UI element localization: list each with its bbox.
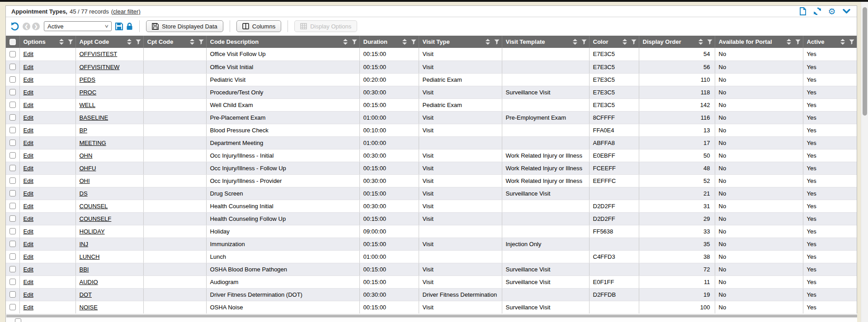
vertical-scrollbar-thumb[interactable]: [863, 7, 867, 116]
row-checkbox[interactable]: [9, 228, 16, 234]
edit-link[interactable]: Edit: [24, 215, 33, 222]
row-checkbox[interactable]: [9, 304, 16, 310]
reset-icon[interactable]: [10, 22, 19, 31]
appt-code-link[interactable]: OHFU: [80, 165, 96, 172]
store-displayed-data-button[interactable]: Store Displayed Data: [146, 20, 223, 32]
edit-link[interactable]: Edit: [24, 190, 33, 197]
chevron-down-icon[interactable]: [842, 7, 850, 15]
edit-link[interactable]: Edit: [24, 177, 33, 184]
edit-link[interactable]: Edit: [24, 140, 33, 146]
edit-link[interactable]: Edit: [24, 152, 33, 159]
save-filter-icon[interactable]: [115, 23, 123, 30]
edit-link[interactable]: Edit: [24, 89, 33, 96]
appt-code-link[interactable]: BASELINE: [80, 114, 108, 121]
appt-code-link[interactable]: BBI: [80, 266, 89, 273]
appt-code-link[interactable]: HOLIDAY: [80, 228, 105, 235]
row-checkbox[interactable]: [9, 152, 16, 159]
row-checkbox[interactable]: [9, 165, 16, 171]
appt-code-link[interactable]: PROC: [80, 89, 97, 96]
sort-icon[interactable]: [402, 39, 407, 45]
filter-icon[interactable]: [707, 39, 712, 45]
appt-code-link[interactable]: BP: [80, 127, 87, 134]
appt-code-link[interactable]: DOT: [80, 291, 92, 298]
appt-code-link[interactable]: COUNSELF: [80, 215, 112, 222]
sort-icon[interactable]: [787, 39, 791, 45]
appt-code-link[interactable]: OFFVISITNEW: [80, 64, 120, 70]
appt-code-link[interactable]: LUNCH: [80, 253, 100, 260]
row-checkbox[interactable]: [9, 140, 16, 146]
row-checkbox[interactable]: [9, 89, 16, 95]
sort-icon[interactable]: [486, 39, 490, 45]
select-all-checkbox[interactable]: [9, 39, 16, 45]
status-filter-select[interactable]: Active ˅: [44, 21, 112, 31]
edit-link[interactable]: Edit: [24, 64, 33, 70]
row-checkbox[interactable]: [9, 266, 16, 272]
refresh-icon[interactable]: [813, 7, 821, 15]
row-checkbox[interactable]: [9, 279, 16, 285]
sort-icon[interactable]: [623, 39, 627, 45]
edit-link[interactable]: Edit: [24, 266, 33, 273]
appt-code-link[interactable]: OFFVISITEST: [80, 51, 118, 57]
sort-icon[interactable]: [573, 39, 577, 45]
sort-icon[interactable]: [698, 39, 703, 45]
filter-icon[interactable]: [68, 39, 73, 45]
appt-code-link[interactable]: OHI: [80, 177, 90, 184]
lock-icon[interactable]: [126, 23, 133, 30]
row-checkbox[interactable]: [9, 291, 16, 298]
appt-code-link[interactable]: PEDS: [80, 76, 95, 83]
row-checkbox[interactable]: [9, 203, 16, 209]
page-next-icon[interactable]: ❯: [32, 23, 40, 30]
row-checkbox[interactable]: [9, 190, 16, 196]
appt-code-link[interactable]: WELL: [80, 102, 95, 108]
filter-icon[interactable]: [411, 39, 416, 45]
sort-icon[interactable]: [127, 39, 132, 45]
sort-icon[interactable]: [343, 39, 348, 45]
filter-icon[interactable]: [849, 39, 854, 45]
edit-link[interactable]: Edit: [24, 304, 33, 311]
clear-filter-link[interactable]: (clear filter): [111, 8, 141, 15]
sort-icon[interactable]: [840, 39, 845, 45]
edit-link[interactable]: Edit: [24, 241, 33, 247]
filter-icon[interactable]: [581, 39, 587, 45]
row-checkbox[interactable]: [9, 51, 16, 57]
row-checkbox[interactable]: [15, 318, 21, 322]
row-checkbox[interactable]: [9, 76, 16, 83]
edit-link[interactable]: Edit: [24, 291, 33, 298]
edit-link[interactable]: Edit: [24, 76, 33, 83]
filter-icon[interactable]: [795, 39, 801, 45]
sort-icon[interactable]: [59, 39, 64, 45]
edit-link[interactable]: Edit: [24, 114, 33, 121]
appt-code-link[interactable]: DS: [80, 190, 88, 197]
appt-code-link[interactable]: INJ: [80, 241, 89, 247]
edit-link[interactable]: Edit: [24, 253, 33, 260]
appt-code-link[interactable]: MEETING: [80, 140, 106, 146]
appt-code-link[interactable]: OHN: [80, 152, 93, 159]
row-checkbox[interactable]: [9, 102, 16, 108]
row-checkbox[interactable]: [9, 127, 16, 133]
appt-code-link[interactable]: NOISE: [80, 304, 98, 311]
row-checkbox[interactable]: [9, 114, 16, 121]
sort-icon[interactable]: [190, 39, 194, 45]
filter-icon[interactable]: [352, 39, 357, 45]
edit-link[interactable]: Edit: [24, 51, 33, 57]
appt-code-link[interactable]: AUDIO: [80, 279, 98, 285]
edit-link[interactable]: Edit: [24, 228, 33, 235]
edit-link[interactable]: Edit: [24, 127, 33, 134]
filter-icon[interactable]: [494, 39, 500, 45]
edit-link[interactable]: Edit: [24, 165, 33, 172]
vertical-scrollbar-track[interactable]: [861, 2, 868, 322]
filter-icon[interactable]: [631, 39, 637, 45]
row-checkbox[interactable]: [9, 253, 16, 260]
row-checkbox[interactable]: [9, 177, 16, 184]
new-document-icon[interactable]: [799, 7, 807, 15]
row-checkbox[interactable]: [9, 241, 16, 247]
appt-code-link[interactable]: COUNSEL: [80, 203, 108, 210]
edit-link[interactable]: Edit: [24, 279, 33, 285]
row-checkbox[interactable]: [9, 64, 16, 70]
filter-icon[interactable]: [136, 39, 141, 45]
gear-icon[interactable]: ⚙: [828, 7, 836, 15]
filter-icon[interactable]: [198, 39, 204, 45]
columns-button[interactable]: Columns: [236, 20, 281, 32]
edit-link[interactable]: Edit: [24, 203, 33, 210]
page-prev-icon[interactable]: ❮: [23, 23, 30, 30]
